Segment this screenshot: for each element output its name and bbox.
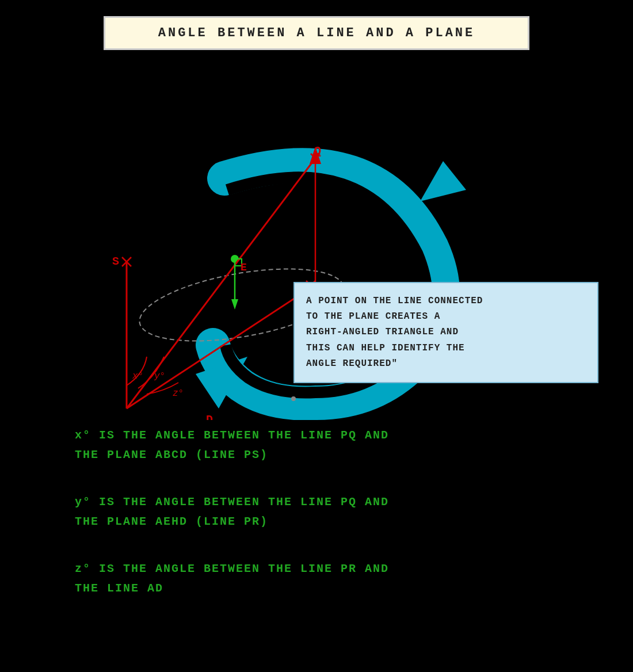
info-line4: THIS CAN HELP IDENTIFY THE	[306, 343, 465, 353]
title-box: ANGLE BETWEEN A LINE AND A PLANE	[104, 16, 529, 50]
svg-text:E: E	[241, 262, 247, 273]
svg-marker-1	[420, 161, 466, 201]
svg-text:x°: x°	[132, 371, 143, 381]
label-block-z: z° IS THE ANGLE BETWEEN THE LINE PR AND …	[75, 559, 587, 598]
info-line1: A POINT ON THE LINE CONNECTED	[306, 296, 483, 306]
label-z-line1: z° IS THE ANGLE BETWEEN THE LINE PR AND	[75, 559, 587, 579]
info-line5: ANGLE REQUIRED"	[306, 358, 398, 369]
svg-text:S: S	[112, 255, 119, 268]
label-z-line2: THE LINE AD	[75, 579, 587, 598]
labels-section: x° IS THE ANGLE BETWEEN THE LINE PQ AND …	[75, 426, 587, 626]
label-block-x: x° IS THE ANGLE BETWEEN THE LINE PQ AND …	[75, 426, 587, 465]
label-y-line1: y° IS THE ANGLE BETWEEN THE LINE PQ AND	[75, 492, 587, 512]
label-x-line1: x° IS THE ANGLE BETWEEN THE LINE PQ AND	[75, 426, 587, 445]
svg-marker-18	[231, 299, 238, 310]
svg-text:Q: Q	[314, 144, 321, 158]
page-container: ANGLE BETWEEN A LINE AND A PLANE	[0, 0, 633, 672]
info-box: A POINT ON THE LINE CONNECTED TO THE PLA…	[293, 282, 598, 383]
svg-text:D: D	[206, 413, 213, 420]
label-y-line2: THE PLANE AEHD (LINE PR)	[75, 512, 587, 532]
svg-text:y°: y°	[154, 371, 165, 381]
info-line2: TO THE PLANE CREATES A	[306, 311, 440, 322]
info-line3: RIGHT-ANGLED TRIANGLE AND	[306, 327, 459, 337]
svg-point-29	[291, 396, 296, 401]
label-block-y: y° IS THE ANGLE BETWEEN THE LINE PQ AND …	[75, 492, 587, 532]
svg-text:z°: z°	[173, 388, 184, 399]
label-x-line2: THE PLANE ABCD (LINE PS)	[75, 445, 587, 465]
page-title: ANGLE BETWEEN A LINE AND A PLANE	[158, 26, 475, 40]
